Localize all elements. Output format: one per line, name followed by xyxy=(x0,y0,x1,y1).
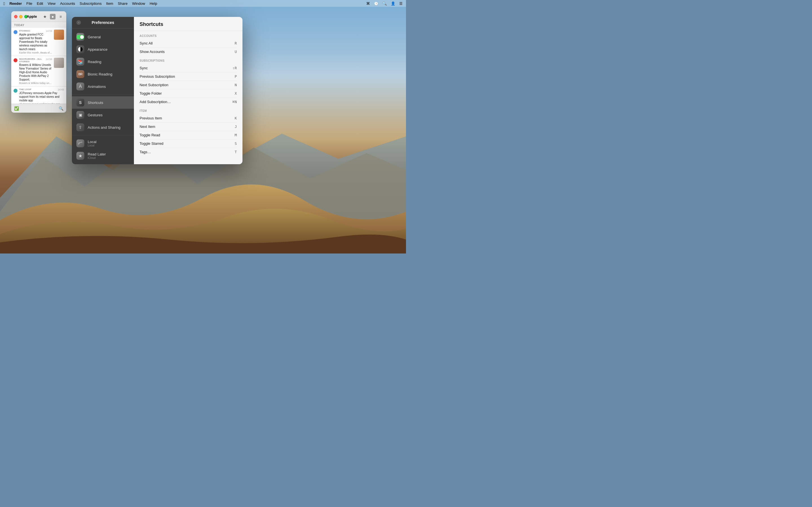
local-label: Local xyxy=(88,140,96,144)
sidebar-item-local[interactable]: Local Local xyxy=(72,137,134,150)
menubar-view[interactable]: View xyxy=(48,1,56,6)
news-item[interactable]: THE LOOP 14:43 JCPenney removes Apple Pa… xyxy=(11,87,66,104)
news-title: Bowers & Wilkins Unveils New 'Formation'… xyxy=(19,63,52,81)
shortcut-name-next-item: Next Item xyxy=(140,124,155,129)
shortcut-row[interactable]: Next Subscription N xyxy=(140,81,237,89)
sidebar-item-bionic[interactable]: BR Bionic Reading xyxy=(72,68,134,80)
menu-icon[interactable]: ☰ xyxy=(399,1,403,6)
shortcut-name-show-accounts: Show Accounts xyxy=(140,50,165,54)
star-toolbar-icon[interactable]: ★ xyxy=(42,14,48,19)
readlater-labels: Read Later iCloud xyxy=(88,152,106,159)
shortcut-row[interactable]: Toggle Read M xyxy=(140,131,237,139)
sidebar-item-actions[interactable]: ⇪ Actions and Sharing xyxy=(72,121,134,133)
shortcuts-label: Shortcuts xyxy=(88,101,103,105)
news-title: JCPenney removes Apple Pay support from … xyxy=(19,91,64,102)
reader-search-icon[interactable]: 🔍 xyxy=(59,106,63,111)
news-content: MACRUMORS - ALL STORIES 14:56 Bowers & W… xyxy=(19,58,52,84)
sidebar-item-appearance[interactable]: Appearance xyxy=(72,43,134,55)
section-today: TODAY xyxy=(11,22,66,28)
general-label: General xyxy=(88,35,101,39)
minimize-button[interactable] xyxy=(19,15,22,18)
shortcut-name-next-sub: Next Subscription xyxy=(140,83,168,87)
menu-divider-2 xyxy=(72,135,134,135)
news-preview: Earlier this month, Beats offici... xyxy=(19,51,52,54)
menubar:  Reeder File Edit View Accounts Subscri… xyxy=(0,0,406,7)
preferences-title: Preferences xyxy=(77,20,130,25)
wifi-icon[interactable]: ⌘ xyxy=(366,1,370,6)
check-all-read-icon[interactable]: ✅ xyxy=(14,106,19,111)
shortcut-row[interactable]: Sync ⇧R xyxy=(140,64,237,72)
shortcuts-subscriptions-section: SUBSCRIPTIONS Sync ⇧R Previous Subscript… xyxy=(134,56,243,106)
news-item[interactable]: MACRUMORS - ALL STORIES 14:56 Bowers & W… xyxy=(11,56,66,87)
sidebar-item-reading[interactable]: 📚 Reading xyxy=(72,55,134,68)
shortcut-row[interactable]: Previous Subscription P xyxy=(140,72,237,81)
shortcut-row[interactable]: Previous Item K xyxy=(140,114,237,122)
shortcut-key-toggle-read: M xyxy=(235,133,237,137)
menubar-edit[interactable]: Edit xyxy=(37,1,43,6)
menubar-share[interactable]: Share xyxy=(118,1,128,6)
apple-menu[interactable]:  xyxy=(3,1,5,6)
shortcuts-icon: S xyxy=(77,99,84,107)
shortcut-name-toggle-read: Toggle Read xyxy=(140,133,160,137)
menubar-item[interactable]: Item xyxy=(106,1,113,6)
user-icon[interactable]: 👤 xyxy=(391,1,395,6)
shortcuts-panel-title: Shortcuts xyxy=(140,21,237,27)
sidebar-item-general[interactable]: General xyxy=(72,31,134,43)
preferences-menu: General Appearance 📚 Reading BR Bionic R… xyxy=(72,29,134,164)
shortcut-name-tags: Tags… xyxy=(140,150,151,154)
subscriptions-section-title: SUBSCRIPTIONS xyxy=(140,56,237,64)
shortcut-name-add-sub: Add Subscription… xyxy=(140,100,171,104)
readlater-icon: ★ xyxy=(77,152,84,160)
sidebar-item-gestures[interactable]: ▣ Gestures xyxy=(72,109,134,121)
shortcut-row[interactable]: Show Accounts U xyxy=(140,48,237,56)
reader-title: Apple xyxy=(23,14,40,18)
preferences-panel: × Preferences General Appearance 📚 xyxy=(72,17,243,164)
menubar-file[interactable]: File xyxy=(27,1,33,6)
shortcuts-header: Shortcuts xyxy=(134,17,243,31)
shortcut-row[interactable]: Next Item J xyxy=(140,122,237,131)
reading-label: Reading xyxy=(88,60,101,64)
clock-icon[interactable]: 🕓 xyxy=(374,1,378,6)
preferences-header: × Preferences xyxy=(72,17,134,29)
shortcut-name-toggle-starred: Toggle Starred xyxy=(140,142,163,146)
shortcut-row[interactable]: Toggle Starred S xyxy=(140,139,237,148)
shortcut-row[interactable]: Toggle Folder X xyxy=(140,89,237,98)
shortcut-key-prev-item: K xyxy=(235,116,237,120)
shortcut-key-prev-sub: P xyxy=(235,74,237,78)
sidebar-item-animations[interactable]: A Animations xyxy=(72,80,134,93)
sidebar-item-readlater[interactable]: ★ Read Later iCloud xyxy=(72,150,134,162)
accounts-section-title: ACCOUNTS xyxy=(140,31,237,39)
shortcut-row[interactable]: Add Subscription… ⌘N xyxy=(140,98,237,106)
shortcut-name-prev-item: Previous Item xyxy=(140,116,162,120)
menubar-help[interactable]: Help xyxy=(150,1,157,6)
appearance-icon xyxy=(77,45,84,53)
close-button[interactable] xyxy=(14,15,17,18)
menubar-accounts[interactable]: Accounts xyxy=(60,1,75,6)
shortcut-row[interactable]: Tags… T xyxy=(140,148,237,156)
reader-toolbar: ★ ● ≡ xyxy=(42,14,63,19)
menubar-window[interactable]: Window xyxy=(132,1,145,6)
item-section-title: ITEM xyxy=(140,106,237,114)
source-badge xyxy=(13,89,17,93)
shortcut-key-sync: ⇧R xyxy=(232,66,237,70)
bionic-label: Bionic Reading xyxy=(88,72,112,76)
reader-bottom-bar: ✅ 🔍 xyxy=(11,104,66,113)
local-labels: Local Local xyxy=(88,140,96,147)
shortcut-key-next-sub: N xyxy=(235,83,237,87)
animations-label: Animations xyxy=(88,84,106,89)
preferences-sidebar: × Preferences General Appearance 📚 xyxy=(72,17,134,164)
news-source: MACRUMORS - ALL STORIES xyxy=(19,58,46,63)
search-icon[interactable]: 🔍 xyxy=(382,1,387,6)
menubar-subscriptions[interactable]: Subscriptions xyxy=(80,1,101,6)
sidebar-item-shortcuts[interactable]: S Shortcuts xyxy=(72,96,134,109)
news-item[interactable]: 9TO5MAC 14:59 Apple granted FCC approval… xyxy=(11,28,66,56)
shortcut-key-next-item: J xyxy=(235,124,237,129)
news-time: 14:59 xyxy=(46,30,52,33)
shortcut-row[interactable]: Sync All R xyxy=(140,39,237,48)
menubar-reeder[interactable]: Reeder xyxy=(9,1,22,6)
shortcut-key-add-sub: ⌘N xyxy=(232,100,237,104)
reading-icon: 📚 xyxy=(77,58,84,66)
local-icon xyxy=(77,139,84,147)
circle-toolbar-icon[interactable]: ● xyxy=(50,14,56,19)
list-toolbar-icon[interactable]: ≡ xyxy=(58,14,63,19)
